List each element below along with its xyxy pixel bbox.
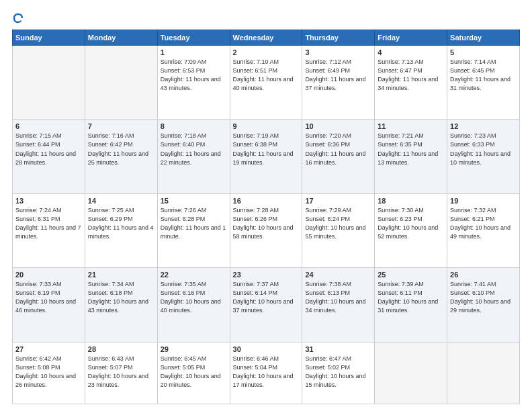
day-number: 22 bbox=[161, 271, 227, 279]
day-detail: Sunrise: 7:38 AMSunset: 6:13 PMDaylight:… bbox=[305, 280, 371, 315]
calendar-cell: 4Sunrise: 7:13 AMSunset: 6:47 PMDaylight… bbox=[375, 46, 447, 120]
calendar-cell: 18Sunrise: 7:30 AMSunset: 6:23 PMDayligh… bbox=[375, 193, 447, 267]
day-detail: Sunrise: 6:45 AMSunset: 5:05 PMDaylight:… bbox=[161, 355, 227, 390]
day-detail: Sunrise: 7:25 AMSunset: 6:29 PMDaylight:… bbox=[88, 206, 154, 241]
day-number: 25 bbox=[378, 271, 444, 279]
day-number: 20 bbox=[15, 271, 82, 279]
calendar-cell: 25Sunrise: 7:39 AMSunset: 6:11 PMDayligh… bbox=[375, 268, 447, 342]
day-number: 9 bbox=[233, 122, 300, 130]
day-detail: Sunrise: 7:24 AMSunset: 6:31 PMDaylight:… bbox=[15, 206, 82, 241]
calendar-week-row: 13Sunrise: 7:24 AMSunset: 6:31 PMDayligh… bbox=[13, 193, 520, 267]
calendar-cell: 6Sunrise: 7:15 AMSunset: 6:44 PMDaylight… bbox=[13, 120, 85, 193]
calendar-cell: 7Sunrise: 7:16 AMSunset: 6:42 PMDaylight… bbox=[85, 120, 157, 193]
day-detail: Sunrise: 7:34 AMSunset: 6:18 PMDaylight:… bbox=[88, 280, 154, 315]
day-number: 8 bbox=[161, 122, 227, 130]
day-detail: Sunrise: 7:13 AMSunset: 6:47 PMDaylight:… bbox=[378, 58, 444, 93]
calendar-cell: 21Sunrise: 7:34 AMSunset: 6:18 PMDayligh… bbox=[85, 268, 157, 342]
calendar-header-row: SundayMondayTuesdayWednesdayThursdayFrid… bbox=[13, 30, 520, 46]
calendar-cell bbox=[85, 46, 157, 120]
day-number: 11 bbox=[378, 122, 444, 130]
calendar-cell: 15Sunrise: 7:26 AMSunset: 6:28 PMDayligh… bbox=[157, 193, 230, 267]
day-detail: Sunrise: 7:10 AMSunset: 6:51 PMDaylight:… bbox=[233, 58, 300, 93]
calendar-cell: 17Sunrise: 7:29 AMSunset: 6:24 PMDayligh… bbox=[302, 193, 375, 267]
calendar-cell: 28Sunrise: 6:43 AMSunset: 5:07 PMDayligh… bbox=[85, 342, 157, 404]
day-number: 16 bbox=[233, 197, 300, 205]
day-number: 13 bbox=[15, 197, 82, 205]
day-number: 31 bbox=[305, 345, 371, 353]
day-number: 24 bbox=[305, 271, 371, 279]
calendar-cell: 2Sunrise: 7:10 AMSunset: 6:51 PMDaylight… bbox=[230, 46, 302, 120]
day-detail: Sunrise: 7:39 AMSunset: 6:11 PMDaylight:… bbox=[378, 280, 444, 315]
calendar-week-row: 6Sunrise: 7:15 AMSunset: 6:44 PMDaylight… bbox=[13, 120, 520, 193]
weekday-header: Wednesday bbox=[230, 30, 302, 46]
calendar-cell bbox=[447, 342, 520, 404]
day-number: 23 bbox=[233, 271, 300, 279]
day-detail: Sunrise: 7:14 AMSunset: 6:45 PMDaylight:… bbox=[450, 58, 517, 93]
day-detail: Sunrise: 6:47 AMSunset: 5:02 PMDaylight:… bbox=[305, 355, 371, 390]
calendar-cell: 29Sunrise: 6:45 AMSunset: 5:05 PMDayligh… bbox=[157, 342, 230, 404]
day-detail: Sunrise: 7:26 AMSunset: 6:28 PMDaylight:… bbox=[161, 206, 227, 241]
header bbox=[12, 12, 520, 24]
day-number: 18 bbox=[378, 197, 444, 205]
day-detail: Sunrise: 7:15 AMSunset: 6:44 PMDaylight:… bbox=[15, 132, 82, 167]
day-number: 28 bbox=[88, 345, 154, 353]
day-number: 17 bbox=[305, 197, 371, 205]
day-detail: Sunrise: 6:43 AMSunset: 5:07 PMDaylight:… bbox=[88, 355, 154, 390]
day-number: 30 bbox=[233, 345, 300, 353]
day-detail: Sunrise: 7:18 AMSunset: 6:40 PMDaylight:… bbox=[161, 132, 227, 167]
day-number: 12 bbox=[450, 122, 517, 130]
day-detail: Sunrise: 7:33 AMSunset: 6:19 PMDaylight:… bbox=[15, 280, 82, 315]
calendar-cell: 14Sunrise: 7:25 AMSunset: 6:29 PMDayligh… bbox=[85, 193, 157, 267]
day-detail: Sunrise: 7:12 AMSunset: 6:49 PMDaylight:… bbox=[305, 58, 371, 93]
day-number: 5 bbox=[450, 48, 517, 56]
day-number: 3 bbox=[305, 48, 371, 56]
day-number: 14 bbox=[88, 197, 154, 205]
day-detail: Sunrise: 7:41 AMSunset: 6:10 PMDaylight:… bbox=[450, 280, 517, 315]
calendar-cell: 10Sunrise: 7:20 AMSunset: 6:36 PMDayligh… bbox=[302, 120, 375, 193]
calendar-cell: 12Sunrise: 7:23 AMSunset: 6:33 PMDayligh… bbox=[447, 120, 520, 193]
day-number: 19 bbox=[450, 197, 517, 205]
day-number: 4 bbox=[378, 48, 444, 56]
calendar-cell: 30Sunrise: 6:46 AMSunset: 5:04 PMDayligh… bbox=[230, 342, 302, 404]
calendar-week-row: 1Sunrise: 7:09 AMSunset: 6:53 PMDaylight… bbox=[13, 46, 520, 120]
calendar-cell: 11Sunrise: 7:21 AMSunset: 6:35 PMDayligh… bbox=[375, 120, 447, 193]
day-number: 26 bbox=[450, 271, 517, 279]
calendar-cell: 3Sunrise: 7:12 AMSunset: 6:49 PMDaylight… bbox=[302, 46, 375, 120]
day-detail: Sunrise: 7:35 AMSunset: 6:16 PMDaylight:… bbox=[161, 280, 227, 315]
calendar-cell: 8Sunrise: 7:18 AMSunset: 6:40 PMDaylight… bbox=[157, 120, 230, 193]
weekday-header: Monday bbox=[85, 30, 157, 46]
day-detail: Sunrise: 7:21 AMSunset: 6:35 PMDaylight:… bbox=[378, 132, 444, 167]
calendar-cell: 16Sunrise: 7:28 AMSunset: 6:26 PMDayligh… bbox=[230, 193, 302, 267]
calendar-cell: 9Sunrise: 7:19 AMSunset: 6:38 PMDaylight… bbox=[230, 120, 302, 193]
day-number: 29 bbox=[161, 345, 227, 353]
weekday-header: Sunday bbox=[13, 30, 85, 46]
day-detail: Sunrise: 6:46 AMSunset: 5:04 PMDaylight:… bbox=[233, 355, 300, 390]
weekday-header: Friday bbox=[375, 30, 447, 46]
calendar-cell: 31Sunrise: 6:47 AMSunset: 5:02 PMDayligh… bbox=[302, 342, 375, 404]
day-number: 10 bbox=[305, 122, 371, 130]
day-detail: Sunrise: 7:09 AMSunset: 6:53 PMDaylight:… bbox=[161, 58, 227, 93]
day-number: 7 bbox=[88, 122, 154, 130]
calendar-cell: 5Sunrise: 7:14 AMSunset: 6:45 PMDaylight… bbox=[447, 46, 520, 120]
calendar-cell: 19Sunrise: 7:32 AMSunset: 6:21 PMDayligh… bbox=[447, 193, 520, 267]
weekday-header: Thursday bbox=[302, 30, 375, 46]
day-number: 15 bbox=[161, 197, 227, 205]
day-detail: Sunrise: 7:30 AMSunset: 6:23 PMDaylight:… bbox=[378, 206, 444, 241]
calendar-cell: 22Sunrise: 7:35 AMSunset: 6:16 PMDayligh… bbox=[157, 268, 230, 342]
calendar-cell bbox=[375, 342, 447, 404]
logo bbox=[12, 12, 26, 24]
day-number: 2 bbox=[233, 48, 300, 56]
weekday-header: Tuesday bbox=[157, 30, 230, 46]
logo-icon bbox=[12, 12, 24, 24]
day-number: 6 bbox=[15, 122, 82, 130]
day-detail: Sunrise: 7:23 AMSunset: 6:33 PMDaylight:… bbox=[450, 132, 517, 167]
day-number: 1 bbox=[161, 48, 227, 56]
day-detail: Sunrise: 7:16 AMSunset: 6:42 PMDaylight:… bbox=[88, 132, 154, 167]
calendar-cell: 23Sunrise: 7:37 AMSunset: 6:14 PMDayligh… bbox=[230, 268, 302, 342]
day-detail: Sunrise: 7:20 AMSunset: 6:36 PMDaylight:… bbox=[305, 132, 371, 167]
calendar-cell: 20Sunrise: 7:33 AMSunset: 6:19 PMDayligh… bbox=[13, 268, 85, 342]
day-number: 27 bbox=[15, 345, 82, 353]
weekday-header: Saturday bbox=[447, 30, 520, 46]
page: SundayMondayTuesdayWednesdayThursdayFrid… bbox=[0, 0, 532, 411]
calendar-table: SundayMondayTuesdayWednesdayThursdayFrid… bbox=[12, 30, 520, 404]
